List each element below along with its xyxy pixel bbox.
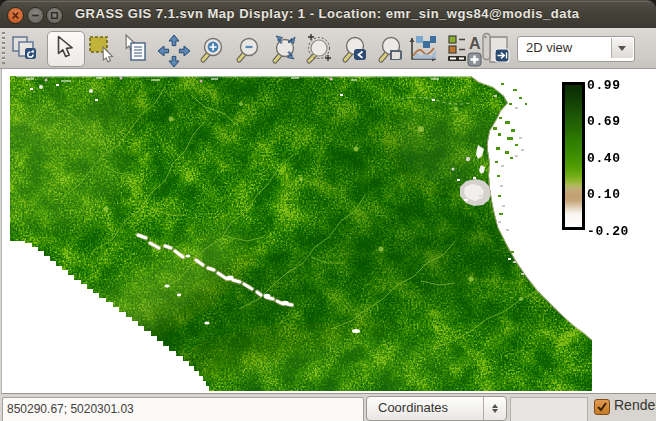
svg-text:A: A (469, 35, 481, 52)
